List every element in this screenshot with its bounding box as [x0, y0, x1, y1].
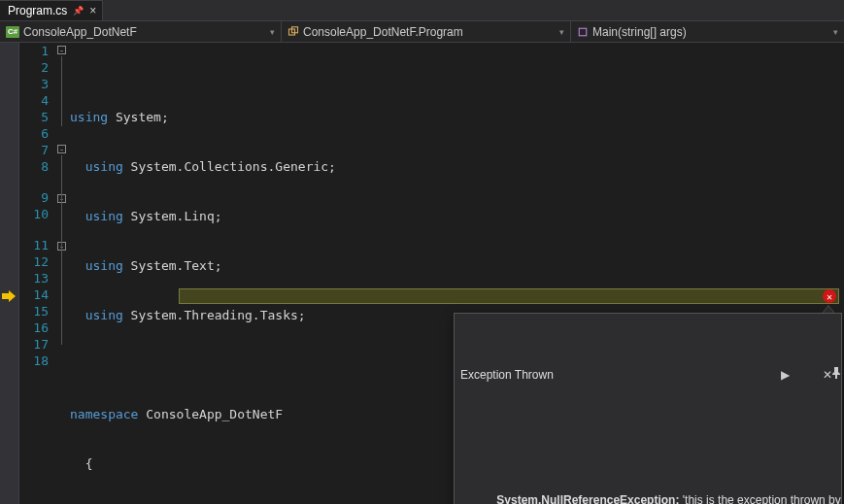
exception-message: System.NullReferenceException: 'this is … — [464, 476, 831, 504]
nav-project-dropdown[interactable]: C# ConsoleApp_DotNetF ▾ — [0, 21, 282, 42]
outline-collapse-icon[interactable]: - — [57, 46, 66, 54]
code-editor[interactable]: 1 2 3 4 5 6 7 8 9 10 11 12 13 14 15 16 1… — [0, 43, 844, 504]
continue-button-icon[interactable]: ▶ — [777, 367, 793, 384]
breakpoint-margin[interactable] — [0, 43, 19, 504]
method-icon — [577, 26, 589, 38]
class-icon — [287, 26, 299, 38]
pin-icon[interactable]: 📌 — [73, 6, 84, 16]
outline-collapse-icon[interactable]: - — [57, 145, 66, 153]
document-tab-program[interactable]: Program.cs 📌 × — [0, 0, 103, 20]
current-statement-highlight — [179, 288, 839, 304]
code-nav-bar: C# ConsoleApp_DotNetF ▾ ConsoleApp_DotNe… — [0, 21, 844, 43]
chevron-down-icon: ▾ — [270, 27, 275, 37]
csharp-project-icon: C# — [6, 26, 19, 38]
outline-column[interactable]: - - - - — [56, 43, 70, 504]
exception-popup: Exception Thrown ▶ ✕ System.NullReferenc… — [454, 313, 842, 504]
line-number-gutter: 1 2 3 4 5 6 7 8 9 10 11 12 13 14 15 16 1… — [19, 43, 56, 504]
current-statement-arrow-icon — [2, 289, 16, 301]
chevron-down-icon: ▾ — [559, 27, 564, 37]
document-tab-bar: Program.cs 📌 × — [0, 0, 844, 21]
nav-class-label: ConsoleApp_DotNetF.Program — [303, 25, 463, 39]
code-area[interactable]: using System; using System.Collections.G… — [70, 43, 844, 504]
pin-icon[interactable] — [798, 351, 814, 400]
exception-popup-title: Exception Thrown — [460, 367, 771, 384]
chevron-down-icon: ▾ — [833, 27, 838, 37]
close-icon[interactable]: × — [89, 4, 96, 17]
close-icon[interactable]: ✕ — [820, 367, 835, 384]
tab-filename: Program.cs — [8, 4, 67, 17]
nav-method-dropdown[interactable]: Main(string[] args) ▾ — [571, 21, 844, 42]
nav-class-dropdown[interactable]: ConsoleApp_DotNetF.Program ▾ — [282, 21, 571, 42]
svg-rect-2 — [579, 28, 587, 36]
exception-stop-icon: ✕ — [823, 289, 836, 303]
nav-project-label: ConsoleApp_DotNetF — [23, 25, 137, 39]
nav-method-label: Main(string[] args) — [592, 25, 687, 39]
